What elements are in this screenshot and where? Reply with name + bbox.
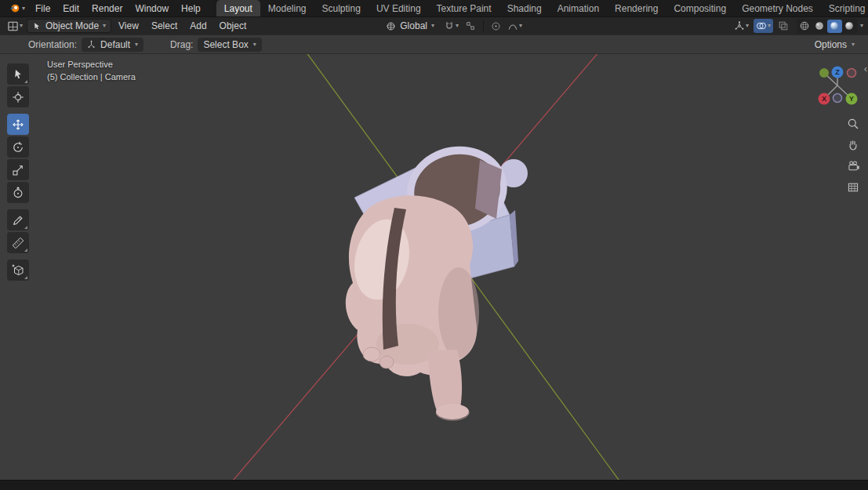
drag-value: Select Box <box>203 39 248 50</box>
options-label: Options <box>815 39 847 50</box>
options-dropdown[interactable]: Options ▾ <box>809 38 860 52</box>
axis-icon <box>87 40 96 49</box>
proportional-circle-icon <box>491 21 501 31</box>
drag-mode-dropdown[interactable]: Select Box ▾ <box>198 38 261 52</box>
show-gizmos-button[interactable]: ▾ <box>732 19 751 33</box>
chevron-down-icon: ▾ <box>852 42 855 48</box>
orientation-value: Global <box>400 20 427 31</box>
xray-toggle-button[interactable] <box>775 19 791 33</box>
menu-file[interactable]: File <box>29 2 56 16</box>
material-sphere-icon <box>829 20 840 31</box>
navigation-gizmo[interactable]: Z X Y <box>815 64 860 109</box>
perspective-toggle-button[interactable] <box>844 179 862 196</box>
shading-rendered-button[interactable] <box>842 20 857 33</box>
chevron-down-icon: ▾ <box>456 23 459 29</box>
chevron-down-icon: ▾ <box>519 23 522 29</box>
chevron-down-icon: ▾ <box>746 23 749 29</box>
status-bar <box>0 480 868 490</box>
mode-label: Object Mode <box>45 20 99 31</box>
header-right-cluster: ▾ ▾ <box>732 19 863 34</box>
proportional-edit-button[interactable] <box>488 19 503 33</box>
tab-shading[interactable]: Shading <box>499 0 550 16</box>
show-overlays-button[interactable]: ▾ <box>754 19 773 33</box>
menu-view[interactable]: View <box>113 19 144 33</box>
wireframe-sphere-icon <box>799 20 810 31</box>
tab-geometry-nodes[interactable]: Geometry Nodes <box>734 0 821 16</box>
menu-render[interactable]: Render <box>85 2 129 16</box>
object-mode-icon <box>32 21 42 31</box>
tool-annotate[interactable] <box>7 209 29 230</box>
gizmo-axis-neg-x[interactable] <box>848 69 856 78</box>
move-icon <box>11 118 25 132</box>
pan-button[interactable] <box>844 136 862 154</box>
menu-select[interactable]: Select <box>146 19 183 33</box>
rotate-icon <box>11 140 25 154</box>
snap-target-button[interactable] <box>463 19 478 33</box>
blender-menu-button[interactable]: ▾ <box>5 2 29 14</box>
gizmo-axis-neg-y[interactable] <box>819 68 829 78</box>
orientation-default-dropdown[interactable]: Default ▾ <box>82 38 143 52</box>
drag-label: Drag: <box>170 39 193 50</box>
zoom-button[interactable] <box>844 115 862 132</box>
transform-orientation-dropdown[interactable]: Global ▾ <box>380 19 440 33</box>
menu-add[interactable]: Add <box>184 19 212 33</box>
camera-icon <box>847 160 860 172</box>
tab-rendering[interactable]: Rendering <box>607 0 666 16</box>
annotate-pencil-icon <box>11 213 25 227</box>
tool-measure[interactable] <box>7 232 29 253</box>
view-perspective-label: User Perspective <box>47 60 113 69</box>
viewport-header: ▾ Object Mode ▾ View Select Add Object G… <box>0 16 868 34</box>
tab-compositing[interactable]: Compositing <box>666 0 734 16</box>
menu-object[interactable]: Object <box>214 19 252 33</box>
shading-mode-group <box>797 19 858 34</box>
chevron-down-icon: ▾ <box>860 23 863 29</box>
menu-window[interactable]: Window <box>129 2 175 16</box>
tab-scripting[interactable]: Scripting <box>821 0 868 16</box>
tool-add-cube[interactable] <box>7 260 29 281</box>
scale-icon <box>11 163 25 177</box>
tab-uv-editing[interactable]: UV Editing <box>369 0 429 16</box>
add-cube-icon <box>11 263 25 278</box>
3d-model[interactable] <box>346 139 528 420</box>
viewport-3d[interactable]: User Perspective (5) Collection | Camera <box>0 53 868 480</box>
shading-solid-button[interactable] <box>812 20 827 33</box>
tab-layout[interactable]: Layout <box>216 0 260 16</box>
chevron-down-icon: ▾ <box>768 23 771 29</box>
rendered-sphere-icon <box>844 20 855 31</box>
menu-help[interactable]: Help <box>175 2 207 16</box>
cursor-3d-icon <box>11 90 25 104</box>
snap-toggle-button[interactable]: ▾ <box>441 19 461 33</box>
gizmo-z-label: Z <box>835 68 840 76</box>
workspace-tabs: Layout Modeling Sculpting UV Editing Tex… <box>216 0 868 16</box>
tab-texture-paint[interactable]: Texture Paint <box>429 0 499 16</box>
tool-select-box[interactable] <box>7 64 29 85</box>
sidebar-toggle-arrow[interactable]: ‹ <box>864 64 867 74</box>
camera-view-button[interactable] <box>844 158 862 175</box>
tool-rotate[interactable] <box>7 136 29 158</box>
gizmo-toggle-icon <box>734 20 745 31</box>
tool-transform[interactable] <box>7 182 29 203</box>
gizmo-axis-neg-z[interactable] <box>833 94 842 103</box>
separator <box>483 20 484 31</box>
editor-type-button[interactable]: ▾ <box>5 19 25 33</box>
tool-move[interactable] <box>7 114 29 135</box>
tool-scale[interactable] <box>7 159 29 180</box>
mode-dropdown[interactable]: Object Mode ▾ <box>27 19 111 33</box>
tab-animation[interactable]: Animation <box>550 0 607 16</box>
overlays-icon <box>756 20 767 31</box>
editor-type-icon <box>7 20 19 32</box>
chevron-down-icon: ▾ <box>103 23 106 29</box>
chevron-down-icon: ▾ <box>253 42 256 48</box>
menu-edit[interactable]: Edit <box>56 2 85 16</box>
topbar: ▾ File Edit Render Window Help Layout Mo… <box>0 0 868 16</box>
viewport-nav-buttons <box>844 115 862 196</box>
tab-modeling[interactable]: Modeling <box>260 0 314 16</box>
tool-cursor[interactable] <box>7 86 29 107</box>
hand-icon <box>847 139 859 151</box>
proportional-falloff-button[interactable]: ▾ <box>505 19 525 33</box>
shading-material-button[interactable] <box>827 20 842 33</box>
select-box-icon <box>11 67 25 82</box>
shading-wireframe-button[interactable] <box>797 20 812 33</box>
tab-sculpting[interactable]: Sculpting <box>314 0 369 16</box>
measure-ruler-icon <box>11 236 25 250</box>
